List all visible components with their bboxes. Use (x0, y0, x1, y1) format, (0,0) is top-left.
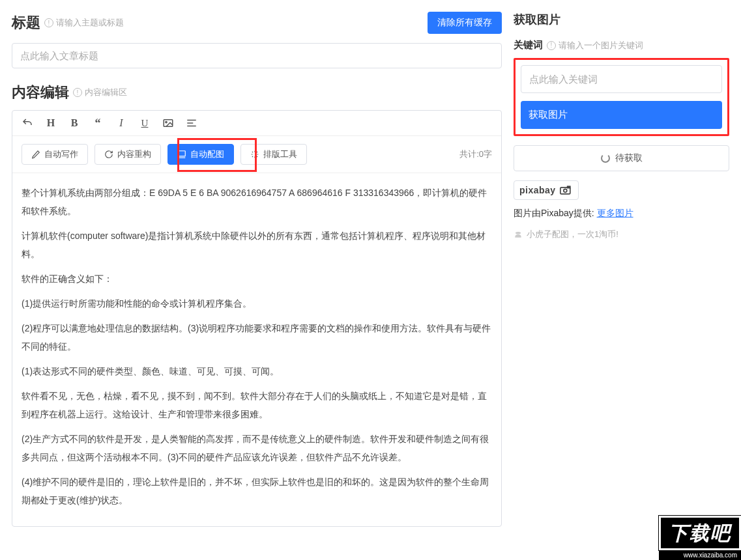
pixabay-text: pixabay (519, 185, 556, 195)
editor-paragraph: (1)提供运行时所需功能和性能的命令或计算机程序集合。 (22, 294, 492, 313)
editor-body[interactable]: 整个计算机系统由两部分组成：E 69DA 5 E 6 BA 9062616964… (12, 173, 501, 526)
svg-point-1 (166, 121, 167, 122)
pixabay-badge: pixabay (514, 180, 579, 200)
info-icon: ! (44, 18, 53, 27)
editor-paragraph: 软件看不见，无色，枯燥，看不见，摸不到，闻不到。软件大部分存在于人们的头脑或纸上… (22, 387, 492, 423)
auto-image-label: 自动配图 (190, 148, 224, 160)
auto-write-button[interactable]: 自动写作 (22, 144, 88, 165)
bold-icon[interactable]: B (68, 117, 80, 129)
format-toolbar: H B “ I U (12, 111, 501, 136)
editor-paragraph: (2)生产方式不同的软件是开发，是人类智能的高发挥，而不是传统意义上的硬件制造。… (22, 430, 492, 466)
svg-point-9 (516, 232, 521, 234)
keyword-panel-highlight: 获取图片 (514, 58, 729, 136)
clear-cache-label: 清除所有缓存 (437, 17, 492, 29)
keyword-hint: 请输入一个图片关键词 (559, 40, 643, 51)
restructure-button[interactable]: 内容重构 (94, 144, 161, 165)
quote-icon[interactable]: “ (92, 117, 104, 129)
auto-image-button[interactable]: 自动配图 (167, 144, 234, 165)
restructure-label: 内容重构 (117, 148, 151, 160)
fetch-image-label: 获取图片 (529, 109, 568, 120)
watermark: 下载吧 www.xiazaiba.com (659, 516, 741, 560)
underline-icon[interactable]: U (139, 117, 151, 129)
status-label: 待获取 (615, 152, 643, 164)
svg-point-7 (563, 189, 566, 192)
editor: H B “ I U 自动写作 内容重构 自动配图 (12, 110, 502, 527)
footer-text: 小虎子配图，一次1淘币! (527, 229, 618, 240)
fetch-image-button[interactable]: 获取图片 (521, 101, 722, 129)
watermark-main: 下载吧 (659, 516, 741, 550)
title-hint: 请输入主题或标题 (56, 17, 124, 29)
editor-paragraph: (1)表达形式不同的硬件类型、颜色、味道、可见、可摸、可闻。 (22, 362, 492, 380)
content-hint: 内容编辑区 (85, 87, 127, 98)
image-credit: 图片由Pixabay提供: 更多图片 (514, 208, 729, 219)
editor-paragraph: (2)程序可以满意地处理信息的数据结构。(3)说明程序功能要求和程序需要的文档的… (22, 319, 492, 356)
clear-cache-button[interactable]: 清除所有缓存 (428, 12, 502, 34)
article-title-input[interactable] (12, 43, 502, 68)
editor-paragraph: 整个计算机系统由两部分组成：E 69DA 5 E 6 BA 9062616964… (22, 184, 492, 220)
keyword-label: 关键词 (514, 39, 543, 51)
info-icon: ! (73, 88, 82, 97)
title-section-label: 标题 (12, 13, 40, 33)
editor-paragraph: 计算机软件(computer software)是指计算机系统中除硬件以外的所有… (22, 227, 492, 263)
editor-paragraph: 软件的正确含义如下： (22, 270, 492, 288)
layout-tool-button[interactable]: 排版工具 (240, 144, 307, 165)
layout-tool-label: 排版工具 (263, 148, 297, 160)
credit-prefix: 图片由Pixabay提供: (514, 208, 594, 218)
heading-icon[interactable]: H (45, 117, 57, 129)
footer-note: 小虎子配图，一次1淘币! (514, 229, 729, 240)
action-toolbar: 自动写作 内容重构 自动配图 排版工具 共计:0字 (12, 136, 501, 173)
editor-paragraph: (4)维护不同的硬件是旧的，理论上软件是旧的，并不坏，但实际上软件也是旧的和坏的… (22, 473, 492, 509)
align-left-icon[interactable] (186, 117, 197, 129)
info-icon: ! (547, 41, 556, 50)
status-button[interactable]: 待获取 (514, 145, 729, 171)
undo-icon[interactable] (22, 117, 33, 129)
auto-write-label: 自动写作 (44, 148, 78, 160)
keyword-input[interactable] (521, 65, 722, 93)
loading-icon (601, 154, 610, 163)
italic-icon[interactable]: I (115, 117, 127, 129)
svg-rect-5 (179, 151, 186, 156)
word-count: 共计:0字 (459, 148, 492, 160)
image-icon[interactable] (162, 117, 174, 129)
more-images-link[interactable]: 更多图片 (597, 208, 633, 218)
side-title: 获取图片 (514, 12, 729, 27)
content-section-label: 内容编辑 (12, 83, 69, 102)
watermark-sub: www.xiazaiba.com (659, 550, 741, 560)
